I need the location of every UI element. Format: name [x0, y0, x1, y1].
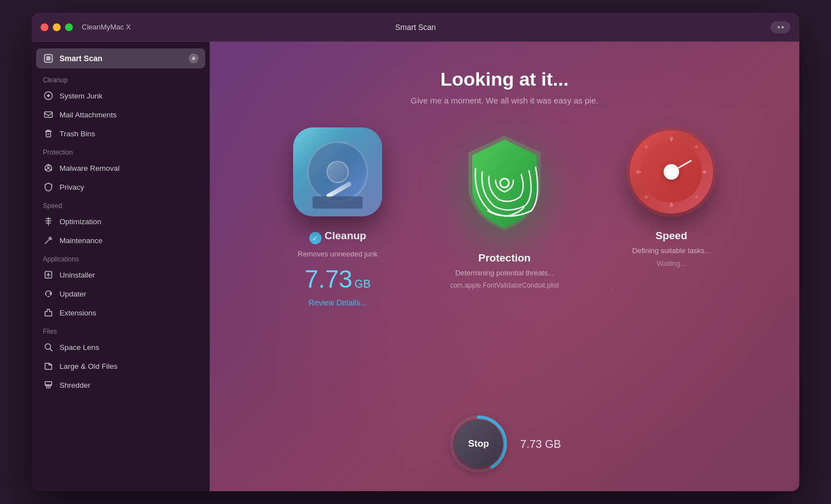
sidebar-item-extensions[interactable]: Extensions: [36, 303, 205, 322]
main-header: Looking at it... Give me a moment. We al…: [410, 42, 598, 105]
malware-icon: [43, 162, 54, 174]
gauge-center: [664, 164, 679, 180]
large-old-files-label: Large & Old Files: [60, 362, 117, 370]
speed-waiting: Waiting...: [656, 259, 686, 268]
app-window: CleanMyMac X Smart Scan Smart Scan: [32, 13, 799, 491]
speed-gauge-icon: [627, 127, 716, 216]
gauge: [630, 130, 713, 214]
main-heading: Looking at it...: [410, 68, 598, 90]
gauge-inner: [641, 141, 702, 202]
files-section-label: Files: [36, 322, 205, 338]
uninstaller-label: Uninstaller: [60, 271, 95, 279]
scan-panels: ✓ Cleanup Removes unneeded junk 7.73 GB …: [232, 105, 777, 307]
protection-file: com.apple.FontValidatorConduit.plist: [450, 281, 558, 289]
svg-point-9: [45, 169, 47, 171]
maintenance-label: Maintenance: [60, 236, 102, 245]
sidebar-item-shredder[interactable]: Shredder: [36, 375, 205, 394]
speed-section-label: Speed: [36, 196, 205, 212]
svg-point-15: [670, 204, 673, 207]
cleanup-title: Cleanup: [325, 230, 367, 242]
scanned-size: 7.73 GB: [520, 438, 561, 451]
smart-scan-label: Smart Scan: [60, 54, 102, 63]
bottom-bar: Stop 7.73 GB: [448, 413, 561, 475]
privacy-label: Privacy: [60, 183, 84, 191]
sidebar-item-trash-bins[interactable]: Trash Bins: [36, 124, 205, 143]
smart-scan-icon: [43, 53, 54, 64]
sidebar-item-maintenance[interactable]: Maintenance: [36, 231, 205, 250]
optimization-icon: [43, 216, 54, 227]
mail-icon: [43, 109, 54, 120]
close-button[interactable]: [41, 23, 48, 31]
review-details-link[interactable]: Review Details...: [309, 298, 367, 307]
maximize-button[interactable]: [65, 23, 73, 31]
app-name: CleanMyMac X: [82, 23, 131, 31]
sidebar-item-space-lens[interactable]: Space Lens: [36, 338, 205, 357]
optimization-label: Optimization: [60, 218, 101, 226]
mail-attachments-label: Mail Attachments: [60, 111, 117, 119]
system-junk-label: System Junk: [60, 92, 102, 100]
sidebar: Smart Scan Cleanup System Junk: [32, 42, 210, 491]
sidebar-item-malware-removal[interactable]: Malware Removal: [36, 159, 205, 177]
content-area: Smart Scan Cleanup System Junk: [32, 42, 799, 491]
large-old-files-icon: [43, 360, 54, 372]
protection-shield-icon: [449, 127, 560, 239]
traffic-lights: [41, 23, 73, 31]
space-lens-label: Space Lens: [60, 343, 99, 352]
check-icon: ✓: [309, 232, 321, 244]
protection-desc: Determining potential threats...: [455, 269, 553, 277]
minimize-button[interactable]: [53, 23, 61, 31]
applications-section-label: Applications: [36, 250, 205, 265]
malware-removal-label: Malware Removal: [60, 164, 120, 172]
titlebar: CleanMyMac X Smart Scan: [32, 13, 799, 42]
shredder-label: Shredder: [60, 381, 91, 389]
cleanup-panel: ✓ Cleanup Removes unneeded junk 7.73 GB …: [260, 127, 416, 307]
stop-button[interactable]: Stop: [454, 420, 502, 468]
shredder-icon: [43, 379, 54, 391]
dot2: [781, 26, 784, 28]
cleanup-section-label: Cleanup: [36, 71, 205, 86]
window-title: Smart Scan: [395, 23, 436, 32]
cleanup-unit: GB: [354, 278, 370, 290]
sidebar-item-system-junk[interactable]: System Junk: [36, 86, 205, 105]
sidebar-item-large-old-files[interactable]: Large & Old Files: [36, 357, 205, 375]
speed-desc: Defining suitable tasks...: [632, 246, 711, 255]
svg-rect-12: [45, 382, 52, 385]
trash-icon: [43, 128, 54, 139]
updater-label: Updater: [60, 290, 86, 298]
cleanup-desc: Removes unneeded junk: [298, 250, 378, 258]
system-junk-icon: [43, 90, 54, 101]
cleanup-size: 7.73: [305, 267, 353, 291]
space-lens-icon: [43, 342, 54, 353]
svg-point-7: [48, 165, 50, 166]
sidebar-item-smart-scan[interactable]: Smart Scan: [36, 48, 205, 68]
sidebar-item-privacy[interactable]: Privacy: [36, 177, 205, 196]
svg-point-14: [670, 137, 673, 140]
sidebar-item-mail-attachments[interactable]: Mail Attachments: [36, 105, 205, 124]
sidebar-item-updater[interactable]: Updater: [36, 284, 205, 303]
stop-button-wrapper: Stop: [448, 413, 509, 475]
disk-body: [307, 141, 368, 202]
privacy-icon: [43, 181, 54, 192]
disk-inner: [327, 161, 349, 183]
main-content: Looking at it... Give me a moment. We al…: [210, 42, 799, 491]
svg-point-17: [703, 170, 706, 174]
uninstaller-icon: [43, 269, 54, 280]
sidebar-item-uninstaller[interactable]: Uninstaller: [36, 265, 205, 284]
svg-rect-4: [44, 112, 52, 117]
disk-base: [313, 196, 363, 209]
svg-point-16: [636, 170, 640, 174]
svg-rect-1: [46, 56, 51, 61]
cleanup-status: ✓ Cleanup: [309, 230, 367, 246]
maintenance-icon: [43, 235, 54, 246]
cleanup-disk-icon: [293, 127, 382, 216]
more-options-button[interactable]: [770, 21, 790, 33]
speed-panel: Speed Defining suitable tasks... Waiting…: [593, 127, 749, 268]
svg-point-2: [192, 57, 195, 60]
svg-rect-5: [46, 131, 51, 137]
active-indicator: [189, 53, 199, 63]
protection-section-label: Protection: [36, 143, 205, 159]
speed-title: Speed: [655, 230, 687, 242]
sidebar-item-optimization[interactable]: Optimization: [36, 212, 205, 231]
trash-bins-label: Trash Bins: [60, 130, 95, 138]
svg-point-8: [51, 169, 52, 171]
